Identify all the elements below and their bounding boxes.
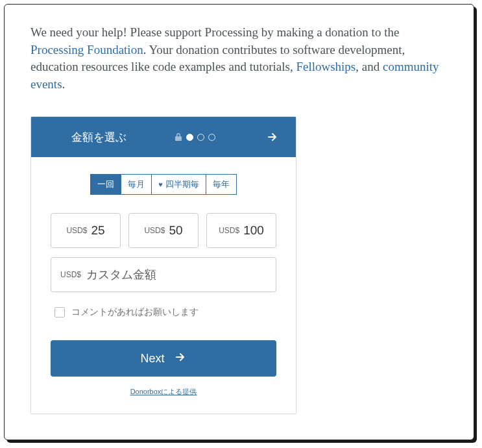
frequency-quarterly-label: 四半期毎 [165,179,199,190]
link-fellowships[interactable]: Fellowships [296,60,355,73]
custom-amount-field[interactable]: USD$ [51,257,276,292]
frequency-monthly-label: 毎月 [128,179,145,190]
comment-label: コメントがあればお願いします [71,306,199,318]
next-button-label: Next [140,352,164,366]
provider-credit: Donorboxによる提供 [51,377,276,403]
frequency-yearly-label: 毎年 [213,179,230,190]
header-next-arrow[interactable] [263,128,282,146]
frequency-quarterly[interactable]: ♥ 四半期毎 [152,175,206,194]
provider-link[interactable]: Donorboxによる提供 [130,388,197,395]
link-processing-foundation[interactable]: Processing Foundation [30,43,143,56]
intro-text-3: , and [355,60,383,73]
amount-value: 25 [91,223,104,238]
donation-body: 一回 毎月 ♥ 四半期毎 毎年 USD$ 25 U [31,157,296,414]
frequency-once[interactable]: 一回 [91,175,121,194]
currency-label: USD$ [60,270,81,279]
comment-checkbox[interactable] [54,307,65,317]
donation-step-title: 金額を選ぶ [45,130,127,145]
custom-amount-input[interactable] [86,268,267,282]
step-dot-3 [208,134,215,141]
amount-option-25[interactable]: USD$ 25 [51,213,121,248]
intro-text-1: We need your help! Please support Proces… [30,25,399,39]
preset-amounts: USD$ 25 USD$ 50 USD$ 100 [51,213,276,248]
currency-label: USD$ [144,226,165,235]
currency-label: USD$ [66,226,87,235]
page-container: We need your help! Please support Proces… [4,4,474,440]
comment-row: コメントがあればお願いします [51,304,276,318]
next-button[interactable]: Next [51,340,276,377]
lock-icon [175,132,182,142]
arrow-right-icon [174,351,187,367]
frequency-once-label: 一回 [97,179,114,190]
frequency-yearly[interactable]: 毎年 [206,175,236,194]
intro-text-4: . [62,77,66,91]
intro-paragraph: We need your help! Please support Proces… [30,24,448,93]
frequency-monthly[interactable]: 毎月 [121,175,152,194]
step-indicator [127,132,263,142]
step-dot-2 [197,134,204,141]
currency-label: USD$ [219,226,239,235]
donation-header: 金額を選ぶ [31,117,296,157]
amount-value: 100 [243,223,264,238]
heart-icon: ♥ [158,180,163,188]
amount-value: 50 [169,223,182,238]
amount-option-50[interactable]: USD$ 50 [128,213,199,248]
step-dot-1 [186,134,193,141]
frequency-tabs: 一回 毎月 ♥ 四半期毎 毎年 [90,174,237,195]
donation-widget: 金額を選ぶ 一回 毎月 ♥ [30,116,296,414]
amount-option-100[interactable]: USD$ 100 [206,213,276,248]
